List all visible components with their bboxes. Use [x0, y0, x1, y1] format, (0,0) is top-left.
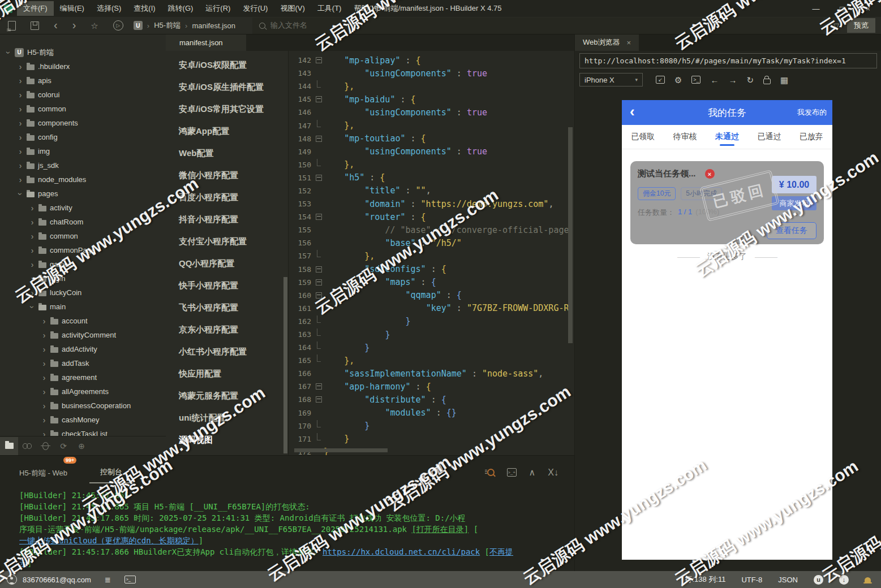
terminal-icon[interactable]: >_ — [124, 576, 136, 583]
code-line-170[interactable]: 170 } — [289, 420, 574, 433]
chevron-right-icon[interactable]: › — [41, 317, 47, 326]
settings-item-uni统计配置[interactable]: uni统计配置 — [166, 407, 288, 429]
chevron-right-icon[interactable]: › — [41, 373, 47, 382]
filetype-indicator[interactable]: JSON — [778, 576, 798, 584]
chevron-right-icon[interactable]: › — [29, 246, 35, 255]
console-project-tab[interactable]: H5-前端 - Web — [19, 468, 67, 478]
chevron-right-icon[interactable]: › — [29, 288, 35, 297]
chevron-right-icon[interactable]: › — [29, 218, 35, 227]
debug-panel-button[interactable] — [36, 437, 54, 455]
chevron-right-icon[interactable]: › — [41, 387, 47, 396]
settings-item-百度小程序配置[interactable]: 百度小程序配置 — [166, 187, 288, 209]
tree-item-luckyCoin[interactable]: ›luckyCoin — [0, 286, 166, 300]
code-line-145[interactable]: 145 "mp-baidu" : { — [289, 93, 574, 106]
run-icon[interactable]: ▷ — [113, 20, 123, 31]
console-link[interactable]: 示 — [19, 559, 27, 568]
settings-item-鸿蒙App配置[interactable]: 鸿蒙App配置 — [166, 120, 288, 142]
code-line-160[interactable]: 160 "qqmap" : { — [289, 289, 574, 302]
phone-my-published-link[interactable]: 我发布的 — [797, 107, 827, 118]
console-link[interactable]: 一键上传到uniCloud（更优惠的cdn、长期稳定） — [19, 536, 199, 545]
code-line-159[interactable]: 159 "maps" : { — [289, 276, 574, 289]
code-line-143[interactable]: 143 "usingComponents" : true — [289, 67, 574, 80]
navigate-forward-icon[interactable]: › — [72, 19, 76, 31]
settings-item-快应用配置[interactable]: 快应用配置 — [166, 363, 288, 385]
filter-funnel-icon[interactable]: ▽ — [833, 21, 839, 30]
tree-item-agreement[interactable]: ›agreement — [0, 370, 166, 384]
chevron-right-icon[interactable]: › — [41, 331, 47, 340]
tree-item-config[interactable]: ›config — [0, 130, 166, 144]
settings-item-源码视图[interactable]: 源码视图 — [166, 429, 288, 451]
phone-tab-待审核[interactable]: 待审核 — [664, 125, 706, 149]
settings-item-快手小程序配置[interactable]: 快手小程序配置 — [166, 275, 288, 297]
minimize-button[interactable]: — — [803, 0, 829, 17]
console-search-icon[interactable] — [487, 469, 495, 476]
new-file-icon[interactable] — [8, 21, 16, 31]
menu-tools[interactable]: 工具(T) — [311, 1, 348, 16]
phone-tab-已放弃[interactable]: 已放弃 — [790, 125, 832, 149]
chevron-right-icon[interactable]: › — [18, 105, 23, 114]
code-line-146[interactable]: 146 "usingComponents" : true — [289, 106, 574, 119]
settings-item-安卓/iOS常用其它设置[interactable]: 安卓/iOS常用其它设置 — [166, 98, 288, 120]
phone-tab-已领取[interactable]: 已领取 — [622, 125, 664, 149]
tree-item-js_sdk[interactable]: ›js_sdk — [0, 158, 166, 172]
chevron-right-icon[interactable]: › — [18, 161, 23, 170]
code-line-149[interactable]: 149 "usingComponents" : true — [289, 145, 574, 158]
settings-item-安卓/iOS原生插件配置[interactable]: 安卓/iOS原生插件配置 — [166, 76, 288, 98]
tree-item-addActivity[interactable]: ›addActivity — [0, 342, 166, 356]
code-line-156[interactable]: 156 "base" : "/h5/" — [289, 236, 574, 249]
editor-vertical-scrollbar[interactable] — [568, 127, 573, 343]
phone-tab-未通过[interactable]: 未通过 — [706, 125, 748, 149]
account-email[interactable]: 836706661@qq.com — [23, 576, 91, 584]
maximize-button[interactable]: □ — [829, 0, 855, 17]
settings-item-飞书小程序配置[interactable]: 飞书小程序配置 — [166, 297, 288, 319]
update-download-icon[interactable]: ↓ — [839, 575, 849, 585]
tree-item-activity[interactable]: ›activity — [0, 201, 166, 215]
settings-item-微信小程序配置[interactable]: 微信小程序配置 — [166, 165, 288, 187]
files-panel-button[interactable] — [0, 437, 18, 455]
tree-item-games[interactable]: ›games — [0, 257, 166, 271]
chevron-right-icon[interactable]: › — [18, 119, 23, 128]
tree-item-chatRoom[interactable]: ›chatRoom — [0, 215, 166, 229]
menu-select[interactable]: 选择(S) — [91, 1, 127, 16]
breadcrumb-file[interactable]: manifest.json — [192, 21, 235, 30]
view-task-button[interactable]: 查看任务 — [767, 222, 816, 239]
settings-item-支付宝小程序配置[interactable]: 支付宝小程序配置 — [166, 231, 288, 253]
code-line-150[interactable]: 150 }, — [289, 158, 574, 171]
menu-goto[interactable]: 跳转(G) — [162, 1, 200, 16]
menu-run[interactable]: 运行(R) — [199, 1, 237, 16]
tab-manifest-json[interactable]: manifest.json — [166, 34, 246, 51]
console-tab[interactable]: 控制台 — [89, 467, 133, 483]
chevron-down-icon[interactable]: › — [4, 50, 13, 55]
settings-item-抖音小程序配置[interactable]: 抖音小程序配置 — [166, 209, 288, 231]
code-line-151[interactable]: 151 "h5" : { — [289, 171, 574, 184]
file-search-input[interactable]: 输入文件名 — [252, 18, 823, 34]
code-line-167[interactable]: 167 "app-harmony" : { — [289, 380, 574, 393]
tree-item-cashMoney[interactable]: ›cashMoney — [0, 413, 166, 427]
close-button[interactable]: × — [855, 0, 881, 17]
console-link[interactable]: https://hx.dcloud.net.cn/cli/pack — [323, 547, 480, 556]
code-line-158[interactable]: 158 "sdkConfigs" : { — [289, 263, 574, 276]
code-line-148[interactable]: 148 "mp-toutiao" : { — [289, 132, 574, 145]
user-avatar-icon[interactable] — [7, 574, 17, 585]
open-external-icon[interactable]: ↙ — [656, 76, 665, 84]
collapse-panel-icon[interactable]: ∧ — [529, 467, 536, 478]
tree-item-colorui[interactable]: ›colorui — [0, 88, 166, 102]
refresh-icon[interactable]: ↻ — [746, 76, 754, 84]
tree-item-common[interactable]: ›common — [0, 102, 166, 116]
fold-marker-icon[interactable] — [313, 132, 324, 145]
tree-item-apis[interactable]: ›apis — [0, 74, 166, 88]
tree-item-account[interactable]: ›account — [0, 314, 166, 328]
menu-find[interactable]: 查找(I) — [127, 1, 161, 16]
code-line-152[interactable]: 152 "title" : "", — [289, 184, 574, 197]
qrcode-icon[interactable]: ▦ — [780, 76, 788, 84]
code-line-164[interactable]: 164 } — [289, 341, 574, 354]
tree-item-addTask[interactable]: ›addTask — [0, 356, 166, 370]
code-line-162[interactable]: 162 } — [289, 315, 574, 328]
preview-button[interactable]: 预览 — [847, 18, 875, 33]
fold-marker-icon[interactable] — [313, 276, 324, 289]
settings-item-Web配置[interactable]: Web配置 — [166, 142, 288, 165]
tab-web-browser[interactable]: Web浏览器 × — [575, 34, 639, 51]
clear-console-icon[interactable]: X↓ — [548, 468, 558, 478]
menu-publish[interactable]: 发行(U) — [237, 1, 274, 16]
tree-item-commonPage[interactable]: ›commonPage — [0, 243, 166, 257]
